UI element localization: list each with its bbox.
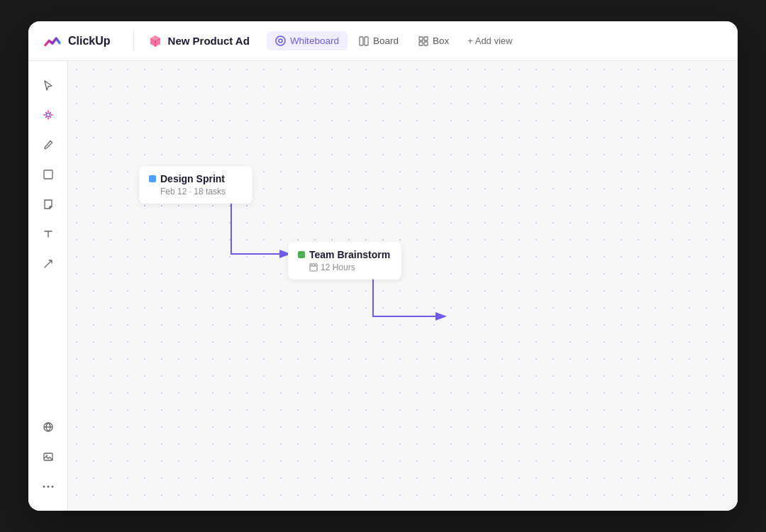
sidebar <box>28 61 68 511</box>
svg-point-14 <box>47 486 49 488</box>
tab-box[interactable]: Box <box>410 31 457 50</box>
magic-tool[interactable] <box>35 102 61 128</box>
more-tool[interactable] <box>35 474 61 499</box>
team-brainstorm-meta: 12 Hours <box>298 262 392 272</box>
svg-rect-16 <box>310 264 317 271</box>
project-name: New Product Ad <box>168 35 250 47</box>
image-tool[interactable] <box>35 444 61 470</box>
design-sprint-dot <box>149 175 156 182</box>
design-sprint-name: Design Sprint <box>160 173 225 184</box>
connector-tool[interactable] <box>35 251 61 277</box>
design-sprint-card[interactable]: Design Sprint Feb 12 · 18 tasks <box>139 166 252 204</box>
svg-point-15 <box>51 486 53 488</box>
svg-rect-5 <box>424 37 428 40</box>
rect-tool[interactable] <box>35 162 61 187</box>
text-icon <box>43 228 54 240</box>
image-icon <box>43 451 54 462</box>
logo-text: ClickUp <box>68 35 111 48</box>
svg-point-0 <box>276 36 285 45</box>
tab-board-label: Board <box>373 35 399 46</box>
svg-rect-7 <box>424 42 428 45</box>
arrows-svg <box>68 61 738 511</box>
tab-whiteboard[interactable]: Whiteboard <box>267 31 348 50</box>
tab-whiteboard-label: Whiteboard <box>290 35 339 46</box>
board-icon <box>359 36 369 46</box>
clickup-logo-icon <box>43 31 62 51</box>
project-icon <box>148 34 162 48</box>
hours-icon <box>309 263 318 272</box>
svg-rect-6 <box>419 42 423 45</box>
svg-rect-3 <box>365 37 368 45</box>
team-brainstorm-name: Team Brainstorm <box>309 249 390 260</box>
svg-rect-2 <box>360 37 363 45</box>
team-brainstorm-hours: 12 Hours <box>321 262 355 272</box>
whiteboard-icon <box>275 35 286 46</box>
cursor-icon <box>43 79 54 91</box>
box-icon <box>418 36 428 46</box>
header: ClickUp New Product Ad Whiteboard <box>28 21 738 61</box>
connector-icon <box>43 258 54 270</box>
note-tool[interactable] <box>35 192 61 217</box>
svg-rect-4 <box>419 37 423 40</box>
project-item[interactable]: New Product Ad <box>148 34 250 48</box>
globe-icon <box>43 421 54 433</box>
main-area: Design Sprint Feb 12 · 18 tasks Team Bra… <box>28 61 738 511</box>
cursor-tool[interactable] <box>35 72 61 98</box>
svg-rect-9 <box>44 170 52 179</box>
add-view-button[interactable]: + Add view <box>460 31 519 50</box>
team-brainstorm-title: Team Brainstorm <box>298 249 392 260</box>
text-tool[interactable] <box>35 221 61 247</box>
more-icon <box>43 485 54 488</box>
design-sprint-sub: Feb 12 · 18 tasks <box>149 187 243 196</box>
globe-tool[interactable] <box>35 414 61 440</box>
nav-tabs: Whiteboard Board Box + Add view <box>267 31 520 50</box>
note-icon <box>43 199 54 210</box>
add-view-label: + Add view <box>467 35 512 46</box>
svg-point-8 <box>46 113 50 117</box>
pen-tool[interactable] <box>35 132 61 157</box>
team-brainstorm-dot <box>298 251 305 258</box>
rect-icon <box>43 169 54 180</box>
logo-area: ClickUp <box>43 31 111 51</box>
pen-icon <box>43 139 54 150</box>
team-brainstorm-card[interactable]: Team Brainstorm 12 Hours <box>288 242 401 279</box>
tab-board[interactable]: Board <box>350 31 407 50</box>
svg-point-1 <box>279 39 282 43</box>
svg-point-13 <box>43 486 45 488</box>
canvas[interactable]: Design Sprint Feb 12 · 18 tasks Team Bra… <box>68 61 738 511</box>
tab-box-label: Box <box>433 35 449 46</box>
app-window: ClickUp New Product Ad Whiteboard <box>28 21 738 511</box>
magic-icon <box>43 109 54 121</box>
header-divider <box>133 31 134 51</box>
design-sprint-title: Design Sprint <box>149 173 243 184</box>
